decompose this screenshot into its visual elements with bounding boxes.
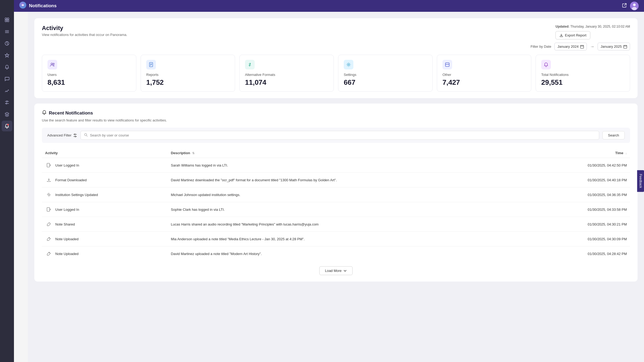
search-bar: Advanced Filter Search [42,128,630,143]
description-cell-1: David Martinez downloaded the "ocr_pdf" … [168,173,533,187]
stat-value-0: 8,631 [47,78,131,87]
stat-label-0: Users [47,73,131,77]
load-more-wrapper: Load More [42,266,630,275]
sidebar-item-layers[interactable] [2,109,12,120]
activity-cell-6: Note Uploaded [42,246,168,261]
sidebar-item-message[interactable] [2,73,12,84]
svg-rect-6 [5,20,7,22]
table-row: Institution Settings Updated Michael Joh… [42,187,630,202]
stat-card-2[interactable]: Alternative Formats 11,074 [239,55,334,92]
advanced-filter-button[interactable]: Advanced Filter [47,133,77,138]
activity-name-1: Format Downloaded [55,178,87,182]
svg-point-18 [6,103,7,104]
description-sort-icon[interactable]: ⇅ [192,152,195,155]
col-description: Description ⇅ [168,148,533,158]
table-row: Note Uploaded Mia Anderson uploaded a no… [42,232,630,246]
search-button[interactable]: Search [602,131,625,139]
activity-info: Activity View notifications for activiti… [42,25,127,37]
time-cell-5: 01/30/2025, 04:30:09 PM [533,232,630,246]
user-avatar[interactable] [630,2,639,10]
col-activity: Activity [42,148,168,158]
activity-name-5: Note Uploaded [55,237,79,241]
description-cell-3: Sophie Clark has logged in via LTI. [168,202,533,217]
search-input[interactable] [90,133,595,137]
login-icon [45,206,53,213]
reports-icon [146,60,156,69]
feedback-tab[interactable]: Feedback [637,170,644,192]
filter-bar: Filter by Date January 2024 → January 20… [42,43,630,50]
time-sort-icon[interactable]: ↓ [625,152,627,155]
stat-card-4[interactable]: Other 7,427 [437,55,531,92]
topbar: Notifications [14,0,644,12]
svg-point-40 [74,134,75,135]
activity-cell-3: User Logged In [42,202,168,217]
stat-card-1[interactable]: Reports 1,752 [141,55,235,92]
time-cell-1: 01/30/2025, 04:40:18 PM [533,173,630,187]
notifications-table: Activity Description ⇅ Time ↓ User Lo [42,148,630,261]
export-report-button[interactable]: Export Report [555,31,590,39]
sidebar-item-bell[interactable] [2,62,12,72]
svg-marker-19 [5,112,9,114]
updated-text: Updated: Thursday, January 30, 2025, 02:… [555,25,630,28]
activity-name-3: User Logged In [55,208,79,212]
table-header-row: Activity Description ⇅ Time ↓ [42,148,630,158]
date-from-input[interactable]: January 2024 [554,43,587,50]
activity-name-4: Note Shared [55,222,75,226]
notifications-section: Recent Notifications Use the search feat… [34,104,638,282]
col-time: Time ↓ [533,148,630,158]
svg-line-45 [87,136,88,137]
sidebar-item-grid[interactable] [2,14,12,25]
stat-card-5[interactable]: Total Notifications 29,551 [536,55,630,92]
table-row: Format Downloaded David Martinez downloa… [42,173,630,187]
stat-label-4: Other [442,73,526,77]
updated-value: Thursday, January 30, 2025, 02:10:02 AM [570,25,630,28]
load-more-button[interactable]: Load More [319,266,353,275]
main-content: Activity View notifications for activiti… [28,12,644,362]
date-to-input[interactable]: January 2025 [598,43,630,50]
svg-marker-12 [5,53,9,57]
svg-point-44 [85,134,87,136]
time-cell-6: 01/30/2025, 04:28:42 PM [533,246,630,261]
table-row: User Logged In Sophie Clark has logged i… [42,202,630,217]
sidebar-item-insights[interactable] [2,85,12,96]
stat-card-0[interactable]: Users 8,631 [42,55,136,92]
load-more-label: Load More [325,269,342,273]
updated-label: Updated: [555,25,569,28]
stat-card-3[interactable]: Settings 667 [338,55,433,92]
svg-point-47 [48,194,50,195]
activity-cell-1: Format Downloaded [42,173,168,187]
sidebar-item-list[interactable] [2,26,12,37]
activity-name-0: User Logged In [55,163,79,167]
activity-cell-5: Note Uploaded [42,232,168,246]
table-row: Note Shared Lucas Harris shared an audio… [42,217,630,232]
description-cell-2: Michael Johnson updated institution sett… [168,187,533,202]
search-input-wrapper [80,131,599,140]
activity-header: Activity View notifications for activiti… [42,25,630,39]
export-label: Export Report [565,33,586,37]
login-icon [45,161,53,169]
sidebar-item-star[interactable] [2,50,12,61]
description-cell-0: Sarah Williams has logged in via LTI. [168,158,533,173]
download-icon [45,176,53,184]
sidebar-item-analytics[interactable] [2,38,12,49]
notif-subtitle: Use the search feature and filter result… [42,118,630,122]
svg-rect-5 [7,18,9,20]
other-icon [442,60,452,69]
svg-rect-4 [5,18,7,20]
time-cell-3: 01/30/2025, 04:33:58 PM [533,202,630,217]
share-icon [45,220,53,228]
svg-rect-46 [47,163,50,167]
stat-value-1: 1,752 [146,78,229,87]
sidebar-item-notifications[interactable] [2,121,12,131]
external-link-icon[interactable] [622,3,627,9]
activity-meta: Updated: Thursday, January 30, 2025, 02:… [555,25,630,39]
svg-rect-48 [47,208,50,211]
topbar-right [622,2,639,10]
svg-point-15 [6,101,8,102]
upload-icon [45,250,53,257]
svg-point-30 [53,63,54,65]
svg-rect-7 [7,20,9,22]
sidebar-item-sliders[interactable] [2,97,12,108]
time-cell-4: 01/30/2025, 04:30:21 PM [533,217,630,232]
upload-icon [45,235,53,243]
